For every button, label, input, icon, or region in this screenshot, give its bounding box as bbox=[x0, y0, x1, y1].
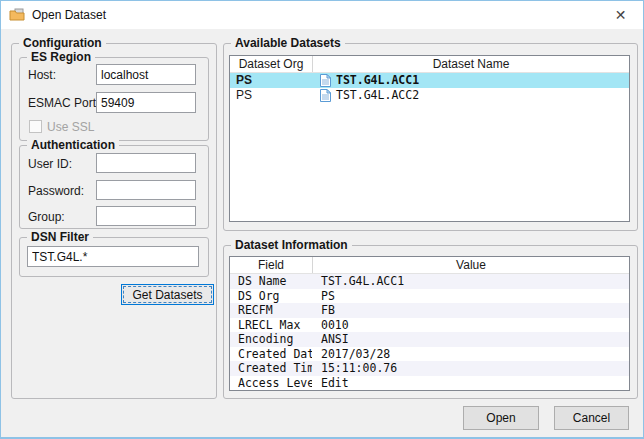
titlebar: Open Dataset ✕ bbox=[1, 1, 643, 29]
info-row: LRECL Max0010 bbox=[230, 318, 629, 333]
group-label: Group: bbox=[28, 210, 65, 224]
dataset-row[interactable]: PSTST.G4L.ACC1 bbox=[230, 73, 629, 88]
password-input[interactable] bbox=[96, 180, 196, 200]
available-datasets-group-label: Available Datasets bbox=[231, 36, 345, 50]
host-input[interactable] bbox=[96, 64, 196, 85]
host-label: Host: bbox=[28, 68, 56, 82]
password-label: Password: bbox=[28, 184, 84, 198]
folder-icon bbox=[9, 7, 25, 23]
column-header-value[interactable]: Value bbox=[312, 257, 629, 273]
available-datasets-header: Dataset Org Dataset Name bbox=[230, 56, 629, 73]
info-value-cell: 15:11:00.76 bbox=[312, 361, 629, 376]
use-ssl-checkbox[interactable] bbox=[29, 120, 42, 133]
info-row: DS OrgPS bbox=[230, 289, 629, 304]
dataset-name-cell: TST.G4L.ACC1 bbox=[312, 73, 629, 88]
info-field-cell: Created Date bbox=[230, 347, 312, 362]
info-value-cell: Edit bbox=[312, 376, 629, 391]
esmac-port-input[interactable] bbox=[96, 92, 196, 113]
use-ssl-label: Use SSL bbox=[47, 120, 94, 134]
info-row: Access LevelEdit bbox=[230, 376, 629, 391]
authentication-group-label: Authentication bbox=[27, 138, 119, 152]
user-id-label: User ID: bbox=[28, 157, 72, 171]
info-row: RECFMFB bbox=[230, 303, 629, 318]
info-field-cell: Encoding bbox=[230, 332, 312, 347]
configuration-group-label: Configuration bbox=[19, 36, 106, 50]
info-value-cell: 2017/03/28 bbox=[312, 347, 629, 362]
info-row: Created Date2017/03/28 bbox=[230, 347, 629, 362]
info-field-cell: LRECL Max bbox=[230, 318, 312, 333]
close-icon[interactable]: ✕ bbox=[598, 1, 643, 29]
info-value-cell: TST.G4L.ACC1 bbox=[312, 274, 629, 289]
dataset-name-text: TST.G4L.ACC1 bbox=[336, 73, 419, 88]
user-id-input[interactable] bbox=[96, 153, 196, 173]
dataset-information-header: Field Value bbox=[230, 257, 629, 274]
column-header-field[interactable]: Field bbox=[230, 257, 312, 273]
dataset-org-cell: PS bbox=[230, 73, 312, 88]
info-value-cell: 0010 bbox=[312, 318, 629, 333]
info-field-cell: DS Org bbox=[230, 289, 312, 304]
group-input[interactable] bbox=[96, 206, 196, 226]
column-header-dataset-org[interactable]: Dataset Org bbox=[230, 56, 312, 72]
column-header-dataset-name[interactable]: Dataset Name bbox=[312, 56, 629, 72]
available-datasets-list[interactable]: Dataset Org Dataset Name PSTST.G4L.ACC1P… bbox=[229, 55, 630, 222]
file-icon bbox=[320, 89, 331, 102]
info-field-cell: RECFM bbox=[230, 303, 312, 318]
info-field-cell: Created Time bbox=[230, 361, 312, 376]
info-row: Created Time15:11:00.76 bbox=[230, 361, 629, 376]
info-field-cell: DS Name bbox=[230, 274, 312, 289]
es-region-group-label: ES Region bbox=[27, 50, 95, 64]
open-button[interactable]: Open bbox=[463, 406, 539, 430]
info-field-cell: Access Level bbox=[230, 376, 312, 391]
dataset-row[interactable]: PSTST.G4L.ACC2 bbox=[230, 88, 629, 103]
dataset-information-list: Field Value DS NameTST.G4L.ACC1DS OrgPSR… bbox=[229, 256, 630, 391]
info-row: DS NameTST.G4L.ACC1 bbox=[230, 274, 629, 289]
dataset-name-cell: TST.G4L.ACC2 bbox=[312, 88, 629, 103]
info-value-cell: PS bbox=[312, 289, 629, 304]
dataset-name-text: TST.G4L.ACC2 bbox=[336, 88, 419, 103]
dsn-filter-group-label: DSN Filter bbox=[27, 230, 93, 244]
window-title: Open Dataset bbox=[32, 8, 106, 22]
dataset-org-cell: PS bbox=[230, 88, 312, 103]
open-dataset-dialog: Open Dataset ✕ Configuration ES Region H… bbox=[0, 0, 644, 439]
dataset-information-group-label: Dataset Information bbox=[231, 238, 352, 252]
info-value-cell: ANSI bbox=[312, 332, 629, 347]
info-row: EncodingANSI bbox=[230, 332, 629, 347]
esmac-port-label: ESMAC Port: bbox=[28, 96, 99, 110]
get-datasets-button[interactable]: Get Datasets bbox=[121, 284, 214, 305]
info-value-cell: FB bbox=[312, 303, 629, 318]
file-icon bbox=[320, 74, 331, 87]
dsn-filter-input[interactable] bbox=[27, 246, 199, 267]
cancel-button[interactable]: Cancel bbox=[554, 406, 629, 430]
